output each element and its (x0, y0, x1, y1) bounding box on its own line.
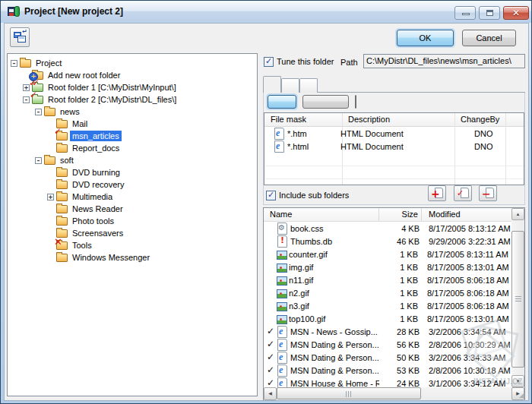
tree-item-label[interactable]: Multimedia (70, 191, 115, 202)
filter-button[interactable] (355, 95, 356, 109)
tree-expander-icon[interactable]: + (47, 194, 54, 200)
tree-item-label[interactable]: Screensavers (70, 228, 125, 238)
file-row[interactable]: counter.gif 1 KB 8/17/2005 8:13:11 AM (264, 248, 524, 260)
file-list-header[interactable]: Name Size Modified (264, 208, 524, 222)
tree-expander-icon[interactable]: - (35, 109, 42, 115)
add-mask-button[interactable]: + (428, 185, 446, 201)
file-row[interactable]: ✓ MSN Dating & Person... 50 KB 3/2/2006 … (264, 351, 524, 364)
file-row[interactable]: ✓ MSN Dating & Person... 53 KB 2/8/2006 … (264, 364, 524, 377)
tree-item[interactable]: + Multimedia (8, 191, 257, 203)
path-label: Path (340, 58, 358, 68)
tree-item[interactable]: Report_docs (8, 142, 257, 154)
minimize-icon (462, 13, 470, 15)
tree-item[interactable]: Add new root folder (8, 69, 257, 81)
tree-item[interactable]: - news (8, 106, 257, 118)
tree-item[interactable]: - Project (8, 57, 257, 69)
tree-expander-icon[interactable]: - (11, 60, 17, 67)
file-row[interactable]: ✓ MSN Dating & Person... 56 KB 2/8/2006 … (264, 338, 524, 351)
file-row[interactable]: n11.gif 1 KB 8/17/2005 8:06:18 AM (264, 273, 524, 286)
tree-item-label[interactable]: Root folder 1 [C:\MyDistr\MyInput\] (46, 82, 179, 93)
vertical-scrollbar[interactable]: ▲ ▼ (511, 208, 524, 387)
file-row[interactable]: book.css 4 KB 8/17/2005 8:13:12 AM (264, 222, 524, 235)
tree-item-label[interactable]: msn_articles (70, 131, 122, 141)
file-row[interactable]: n2.gif 1 KB 8/17/2005 8:06:18 AM (264, 286, 524, 299)
scroll-down-arrow-icon[interactable]: ▼ (511, 375, 524, 387)
tree-item[interactable]: DVD recovery (8, 178, 257, 191)
options-tabs[interactable] (263, 76, 318, 93)
tree-item[interactable]: Tools (8, 239, 257, 251)
tree-item-label[interactable]: News Reader (70, 204, 125, 214)
tab[interactable] (263, 76, 281, 93)
filter-button[interactable] (302, 95, 349, 109)
horizontal-scroll-thumb[interactable] (277, 387, 421, 399)
tree-item-label[interactable]: news (58, 106, 82, 117)
tree-item-label[interactable]: Tools (70, 240, 94, 251)
file-row[interactable]: ✓ MSN House & Home - R... 24 KB 3/1/2006… (264, 377, 524, 387)
tree-expander-icon[interactable]: - (35, 157, 42, 164)
filter-button[interactable] (268, 95, 296, 109)
tree-item-label[interactable]: Root folder 2 [C:\MyDistr\DL_files\] (46, 94, 179, 105)
col-modified[interactable]: Modified (422, 208, 524, 221)
mask-row[interactable]: *.htm HTML Document DNO (264, 127, 524, 140)
scroll-up-arrow-icon[interactable]: ▲ (511, 208, 524, 220)
tree-item-label[interactable]: Windows Messenger (70, 252, 152, 263)
tree-item-label[interactable]: Add new root folder (46, 70, 122, 80)
ok-button[interactable]: OK (397, 30, 454, 46)
horizontal-scrollbar[interactable]: ◀ ▶ (264, 387, 524, 400)
file-type-icon (277, 339, 289, 350)
tune-folder-checkbox[interactable] (264, 57, 274, 67)
col-changeby[interactable]: ChangeBy (454, 113, 499, 126)
tree-item[interactable]: - soft (8, 154, 257, 166)
tree-item[interactable]: + Root folder 1 [C:\MyDistr\MyInput\] (8, 81, 257, 93)
tree-item[interactable]: DVD burning (8, 166, 257, 178)
close-button[interactable]: ✕ (503, 6, 529, 20)
title-bar[interactable]: Project [New project 2] ✕ (1, 1, 531, 23)
tree-item-label[interactable]: DVD recovery (70, 179, 126, 190)
mask-table-header[interactable]: File mask Description ChangeBy (264, 113, 524, 127)
file-type-icon (277, 352, 289, 363)
remove-mask-button[interactable]: − (479, 185, 497, 201)
maximize-button[interactable] (479, 6, 500, 20)
file-row[interactable]: n3.gif 1 KB 8/17/2005 8:06:18 AM (264, 299, 524, 312)
apply-mask-button[interactable]: ✓ (454, 185, 472, 201)
include-subfolders-checkbox[interactable] (266, 191, 276, 200)
tree-item[interactable]: - Root folder 2 [C:\MyDistr\DL_files\] (8, 93, 257, 106)
mask-row[interactable]: *.html HTML Document DNO (264, 140, 524, 153)
col-size[interactable]: Size (379, 208, 422, 221)
col-name[interactable]: Name (264, 208, 379, 221)
project-tree[interactable]: - Project Add new root folder + Root fol… (7, 53, 258, 396)
col-description[interactable]: Description (342, 113, 454, 126)
tab[interactable] (299, 78, 318, 93)
tree-expander-icon[interactable]: - (23, 96, 30, 103)
tree-item-label[interactable]: DVD burning (70, 167, 122, 178)
tree-item-label[interactable]: Report_docs (70, 143, 122, 153)
col-file-mask[interactable]: File mask (264, 113, 342, 126)
tree-item-label[interactable]: Photo tools (70, 216, 116, 226)
toggle-panel-button[interactable]: ↵ (10, 27, 30, 47)
file-row[interactable]: top100.gif 1 KB 8/17/2005 8:13:01 AM (264, 312, 524, 325)
tree-item-label[interactable]: Project (33, 58, 64, 68)
file-row[interactable]: img.gif 1 KB 8/17/2005 8:13:01 AM (264, 260, 524, 273)
tree-item-label[interactable]: soft (58, 155, 76, 166)
tree-item[interactable]: msn_articles (8, 130, 257, 142)
filter-buttons[interactable] (268, 95, 356, 109)
resize-grip-icon[interactable]: ◢ (515, 390, 524, 399)
tab[interactable] (281, 78, 299, 93)
file-row[interactable]: Thumbs.db 46 KB 9/29/2006 3:22:31 AM (264, 235, 524, 248)
tree-item[interactable]: Photo tools (8, 215, 257, 227)
scroll-left-arrow-icon[interactable]: ◀ (264, 387, 277, 400)
path-field[interactable]: C:\MyDistr\DL_files\news\msn_articles\ (363, 54, 525, 68)
tree-item-label[interactable]: Mail (70, 118, 90, 129)
tree-item[interactable]: Screensavers (8, 227, 257, 239)
tree-item[interactable]: News Reader (8, 203, 257, 215)
minimize-button[interactable] (454, 6, 476, 20)
file-modified: 8/17/2005 8:06:18 AM (418, 289, 509, 298)
tree-item[interactable]: Mail (8, 118, 257, 130)
folder-icon (44, 107, 58, 117)
file-mask-table[interactable]: File mask Description ChangeBy *.htm HTM… (264, 112, 524, 185)
file-list[interactable]: Name Size Modified book.css 4 KB 8/17/20… (263, 207, 525, 400)
file-row[interactable]: ✓ MSN - News - Gossip... 28 KB 3/2/2006 … (264, 325, 524, 338)
vertical-scroll-thumb[interactable] (511, 231, 524, 368)
cancel-button[interactable]: Cancel (462, 30, 516, 46)
tree-item[interactable]: Windows Messenger (8, 251, 257, 264)
